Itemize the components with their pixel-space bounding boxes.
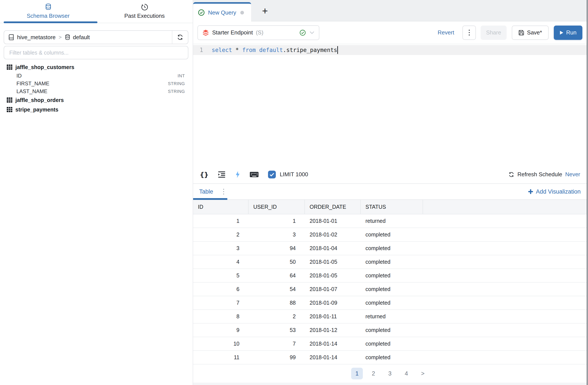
schema-column-item[interactable]: FIRST_NAMESTRING	[0, 80, 193, 87]
keyboard-shortcuts-icon[interactable]	[250, 171, 258, 178]
sql-token: *	[235, 47, 239, 53]
results-cell: 1	[193, 214, 249, 228]
results-column-header[interactable]: ID	[193, 200, 249, 214]
results-cell: 2018-01-04	[305, 242, 361, 255]
results-column-header-filler	[423, 200, 587, 214]
results-column-header[interactable]: USER_ID	[249, 200, 305, 214]
window-scrollbar[interactable]	[587, 0, 588, 385]
page-button-2[interactable]: 2	[368, 368, 379, 379]
sql-token: .	[283, 47, 286, 53]
results-cell: 53	[249, 323, 305, 337]
endpoint-selector[interactable]: Starter Endpoint (S)	[197, 25, 319, 40]
results-cell: 10	[193, 337, 249, 350]
results-row: 5642018-01-05completed	[193, 269, 587, 283]
breadcrumb-catalog[interactable]: hive_metastore	[17, 34, 56, 41]
results-cell: 5	[193, 269, 249, 282]
sql-token: stripe_payments	[286, 47, 337, 53]
results-cell: 2018-01-09	[305, 296, 361, 309]
editor-footer-toolbar: {}	[193, 165, 587, 184]
save-label: Save*	[527, 29, 542, 36]
refresh-schedule-value[interactable]: Never	[565, 171, 580, 178]
active-code-line: 1 select * from default.stripe_payments	[193, 45, 587, 55]
schema-table-item[interactable]: stripe_payments	[0, 105, 193, 114]
saved-check-icon	[198, 9, 205, 16]
schema-filter-input[interactable]	[4, 46, 188, 59]
results-cell: returned	[361, 214, 423, 228]
endpoint-size: (S)	[256, 29, 263, 36]
results-cell: 54	[249, 283, 305, 296]
share-button[interactable]: Share	[481, 25, 507, 40]
add-query-tab-button[interactable]: +	[257, 0, 273, 21]
table-grid-icon	[6, 64, 13, 70]
query-menu-button[interactable]	[462, 25, 476, 40]
sidebar: Schema Browser Past Executions	[0, 0, 193, 385]
add-visualization-label: Add Visualization	[536, 188, 581, 195]
table-grid-icon	[6, 107, 13, 112]
format-indent-icon[interactable]	[218, 171, 226, 178]
results-row: 9532018-01-12completed	[193, 323, 587, 337]
query-pane: New Query + Starter Endpoint (S)	[193, 0, 587, 385]
schema-table-item[interactable]: jaffle_shop_orders	[0, 95, 193, 105]
live-autocomplete-lightning-icon[interactable]	[235, 171, 240, 178]
sql-editor[interactable]: 1 select * from default.stripe_payments	[193, 44, 587, 165]
results-table-header: IDUSER_IDORDER_DATESTATUS	[193, 200, 587, 214]
results-cell: completed	[361, 337, 423, 350]
endpoint-status-check-icon	[299, 29, 306, 36]
run-button[interactable]: Run	[554, 25, 582, 40]
results-row: 6542018-01-07completed	[193, 283, 587, 296]
page-button-1[interactable]: 1	[351, 368, 363, 379]
results-cell: 2018-01-14	[305, 351, 361, 364]
results-tab-table[interactable]: Table	[199, 188, 213, 195]
results-cell: 3	[193, 242, 249, 255]
results-cell: 2018-01-14	[305, 337, 361, 350]
results-column-header[interactable]: STATUS	[361, 200, 423, 214]
results-cell: completed	[361, 228, 423, 241]
limit-checkbox-checked-icon[interactable]	[268, 171, 276, 178]
endpoint-name: Starter Endpoint	[212, 29, 253, 36]
tab-label: Schema Browser	[27, 13, 70, 19]
add-visualization-button[interactable]: Add Visualization	[528, 188, 581, 195]
save-button[interactable]: Save*	[512, 25, 549, 40]
results-row: 822018-01-11returned	[193, 310, 587, 323]
results-cell: 8	[193, 310, 249, 323]
catalog-icon	[8, 34, 15, 41]
results-column-header[interactable]: ORDER_DATE	[305, 200, 361, 214]
page-button-3[interactable]: 3	[384, 368, 396, 379]
query-toolbar: Starter Endpoint (S)	[193, 21, 587, 44]
query-tab-active[interactable]: New Query	[193, 2, 251, 21]
sql-editor-app: Schema Browser Past Executions	[0, 0, 588, 385]
results-cell: 4	[193, 255, 249, 269]
tab-past-executions[interactable]: Past Executions	[96, 0, 193, 23]
sql-token: default	[259, 47, 283, 53]
results-cell: completed	[361, 351, 423, 364]
schema-table-name: jaffle_shop_customers	[15, 64, 74, 70]
schema-refresh-button[interactable]	[172, 31, 188, 44]
results-tabbar: Table Add Visualization	[193, 184, 587, 200]
column-type: INT	[178, 73, 185, 78]
page-button-4[interactable]: 4	[400, 368, 412, 379]
query-tab-label: New Query	[208, 9, 236, 16]
breadcrumb-chevron: >	[59, 34, 62, 40]
next-page-button[interactable]: >	[417, 368, 429, 379]
chevron-down-icon	[309, 31, 315, 34]
play-icon	[560, 31, 564, 35]
breadcrumb-schema[interactable]: default	[73, 34, 90, 41]
results-row: 112018-01-01returned	[193, 214, 587, 228]
results-cell: 94	[249, 242, 305, 255]
schema-table-item[interactable]: jaffle_shop_customers	[0, 62, 193, 72]
results-row: 4502018-01-05completed	[193, 255, 587, 269]
results-cell: 6	[193, 283, 249, 296]
results-cell: returned	[361, 310, 423, 323]
database-icon	[45, 3, 52, 11]
tab-schema-browser[interactable]: Schema Browser	[0, 0, 96, 23]
results-tab-menu-button[interactable]	[223, 191, 224, 192]
schema-column-item[interactable]: IDINT	[0, 72, 193, 80]
refresh-schedule-icon	[508, 171, 514, 178]
plus-icon	[528, 189, 533, 194]
limit-toggle[interactable]: LIMIT 1000	[268, 171, 308, 178]
autocomplete-braces-icon[interactable]: {}	[200, 171, 208, 178]
unsaved-dot-icon	[240, 11, 244, 15]
results-cell-filler	[423, 228, 587, 241]
schema-column-item[interactable]: LAST_NAMESTRING	[0, 87, 193, 95]
revert-button[interactable]: Revert	[438, 29, 454, 36]
